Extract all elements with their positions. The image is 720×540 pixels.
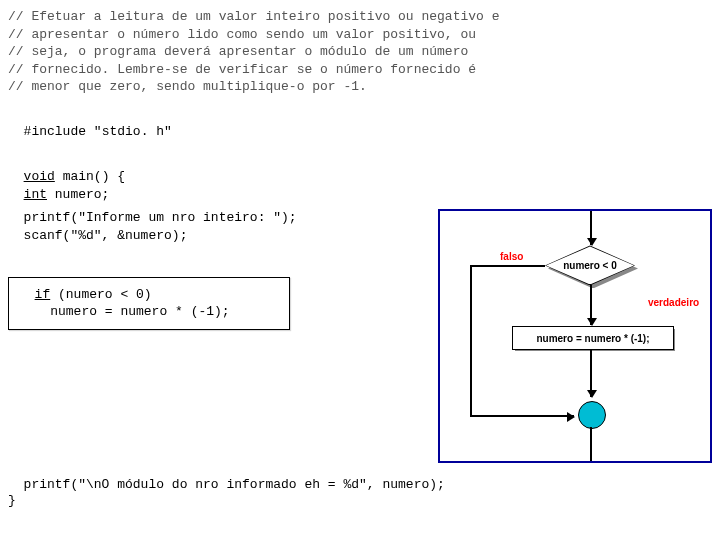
- printf-result-line: printf("\nO módulo do nro informado eh =…: [8, 477, 712, 492]
- void-keyword: void: [24, 169, 55, 184]
- close-brace: }: [8, 492, 712, 510]
- comment-l3: // seja, o programa deverá apresentar o …: [8, 44, 468, 59]
- int-keyword: int: [24, 187, 47, 202]
- flow-decision: numero < 0: [545, 245, 635, 285]
- flow-condition-text: numero < 0: [563, 260, 617, 271]
- flow-edge-true-1: [590, 285, 592, 325]
- if-keyword: if: [35, 287, 51, 302]
- if-block-box: if (numero < 0) numero = numero * (-1);: [8, 277, 290, 330]
- if-body-line: numero = numero * (-1);: [19, 303, 279, 321]
- flow-edge-true-2: [590, 349, 592, 397]
- flowchart-panel: falso numero < 0 verdadeiro numero = num…: [438, 209, 712, 463]
- flow-edge-false-h: [470, 265, 545, 267]
- comment-l4: // fornecido. Lembre-se de verificar se …: [8, 62, 476, 77]
- comment-l2: // apresentar o número lido como sendo u…: [8, 27, 476, 42]
- flow-label-false: falso: [500, 251, 523, 262]
- main-signature: void main() {: [8, 151, 712, 186]
- main-text: main() {: [55, 169, 125, 184]
- if-condition: (numero < 0): [50, 287, 151, 302]
- flow-arrow-out: [590, 427, 592, 461]
- flow-connector-circle: [578, 401, 606, 429]
- flow-edge-false-merge: [470, 415, 574, 417]
- flow-operation-text: numero = numero * (-1);: [536, 333, 649, 344]
- flow-arrow-in: [590, 211, 592, 245]
- include-header: "stdio. h": [86, 124, 172, 139]
- include-line: #include "stdio. h": [8, 106, 712, 141]
- decl-text: numero;: [47, 187, 109, 202]
- include-directive: #include: [24, 124, 86, 139]
- decl-line: int numero;: [8, 186, 712, 204]
- flow-operation: numero = numero * (-1);: [512, 326, 674, 350]
- comment-l5: // menor que zero, sendo multiplique-o p…: [8, 79, 367, 94]
- printf-prompt-line: printf("Informe um nro inteiro: ");: [8, 209, 428, 227]
- comment-block: // Efetuar a leitura de um valor inteiro…: [8, 8, 712, 96]
- flow-label-true: verdadeiro: [648, 297, 699, 308]
- if-line: if (numero < 0): [19, 286, 279, 304]
- scanf-line: scanf("%d", &numero);: [8, 227, 428, 245]
- flow-edge-false-v: [470, 265, 472, 415]
- comment-l1: // Efetuar a leitura de um valor inteiro…: [8, 9, 499, 24]
